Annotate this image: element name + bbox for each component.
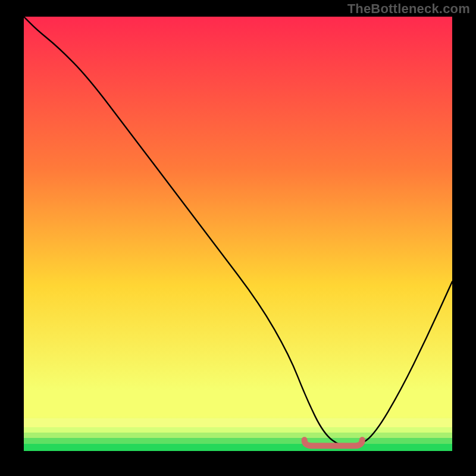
chart-frame: TheBottleneck.com [0, 0, 476, 476]
optimal-range-marker [24, 17, 452, 451]
plot-area [24, 17, 452, 451]
watermark-text: TheBottleneck.com [347, 1, 470, 17]
